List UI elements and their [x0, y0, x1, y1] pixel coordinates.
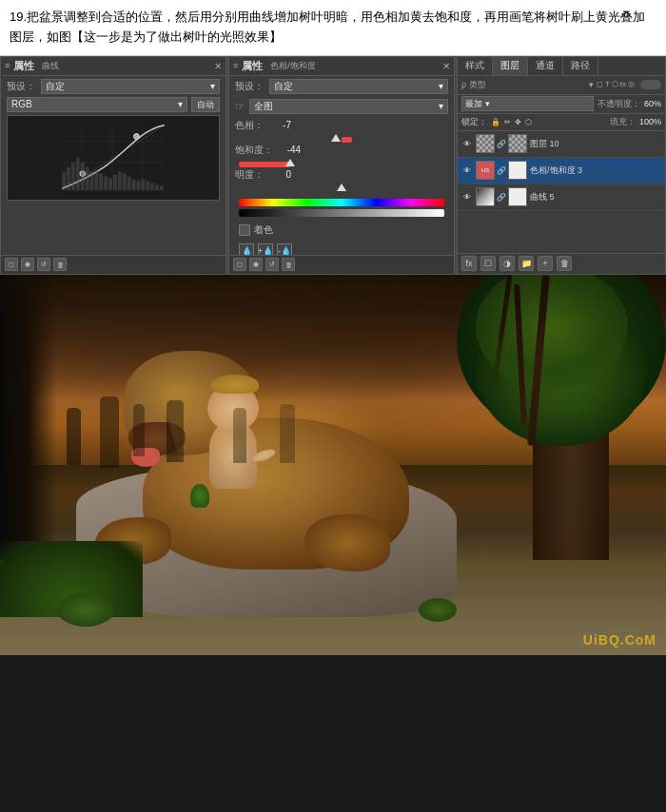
- tab-paths[interactable]: 路径: [563, 57, 598, 75]
- curves-graph[interactable]: [7, 115, 220, 201]
- curves-panel-title-bar: ≡ 属性 曲线 ✕: [1, 57, 225, 76]
- opacity-label: 不透明度：: [597, 98, 640, 110]
- layer-filter-row: ρ 类型 ▾ ◻ T ⬡ fx ◎: [458, 76, 665, 95]
- huesat-panel: ≡ 属性 色相/饱和度 ✕ 预设： 自定 ▾ ☞ 全图 ▾: [228, 56, 455, 275]
- tab-style[interactable]: 样式: [458, 57, 493, 75]
- layer-new-btn[interactable]: +: [538, 256, 553, 271]
- dropdown-arrow: ▾: [210, 81, 215, 91]
- hue-slider-fill: [342, 137, 352, 143]
- layer-mask-btn[interactable]: ☐: [480, 256, 496, 271]
- sat-slider-thumb: [285, 159, 295, 166]
- layer-curves5-thumb: [476, 187, 495, 206]
- brush-icon[interactable]: ✏: [504, 118, 511, 126]
- svg-rect-29: [155, 184, 159, 190]
- dropdown-arrow-2: ▾: [178, 99, 183, 109]
- curves-new-icon[interactable]: ◻: [5, 258, 18, 271]
- filter-icon-1[interactable]: ◻: [597, 80, 603, 89]
- tab-layers[interactable]: 图层: [493, 57, 528, 75]
- layer-10-name: 图层 10: [530, 138, 661, 150]
- left-tree: [0, 275, 57, 560]
- filter-toggle[interactable]: [640, 80, 661, 89]
- layer-item-curves5[interactable]: 👁 🔗 曲线 5: [458, 184, 665, 211]
- move-icon[interactable]: ✥: [515, 118, 521, 126]
- svg-rect-24: [132, 179, 136, 190]
- svg-rect-23: [127, 176, 131, 190]
- hue-label: 色相：: [235, 119, 264, 132]
- eyedropper-1[interactable]: 💧: [239, 243, 254, 255]
- scene-area: UiBQ.CoM: [0, 275, 666, 655]
- layer-delete-btn[interactable]: 🗑: [557, 256, 572, 271]
- layer-10-eye[interactable]: 👁: [461, 138, 473, 149]
- panels-row: ≡ 属性 曲线 ✕ 预设： 自定 ▾ RGB ▾ 自动: [0, 56, 666, 275]
- huesat-menu-icon[interactable]: ≡: [233, 61, 238, 70]
- svg-rect-27: [146, 181, 149, 190]
- eyedropper-3[interactable]: -💧: [277, 243, 292, 255]
- blend-mode-dropdown[interactable]: 最加 ▾: [461, 96, 594, 111]
- svg-rect-16: [94, 169, 98, 190]
- color-spectrum: [239, 199, 444, 206]
- layer-item-10[interactable]: 👁 🔗 图层 10: [458, 131, 665, 158]
- huesat-range-dropdown[interactable]: 全图 ▾: [249, 99, 448, 114]
- curves-panel: ≡ 属性 曲线 ✕ 预设： 自定 ▾ RGB ▾ 自动: [0, 56, 226, 275]
- curves-menu-icon[interactable]: ≡: [5, 61, 10, 70]
- filter-icon-5[interactable]: ◎: [628, 80, 635, 89]
- layers-list: 👁 🔗 图层 10 👁 HS 🔗 色相/饱和度 3 👁 🔗 曲线 5: [458, 131, 665, 253]
- eyedropper-2[interactable]: +💧: [258, 243, 273, 255]
- colorize-label: 着色: [254, 223, 273, 237]
- layer-adj-btn[interactable]: ◑: [500, 256, 515, 271]
- huesat-preset-label: 预设：: [235, 80, 265, 93]
- bg-tree-2: [100, 396, 119, 468]
- fill-label: 填充：: [610, 116, 636, 128]
- curves-reset-icon[interactable]: ↺: [37, 258, 50, 271]
- layer-curves5-eye[interactable]: 👁: [461, 191, 473, 203]
- curves-eye-icon[interactable]: ◉: [21, 258, 34, 271]
- curves-panel-title: 属性: [13, 59, 34, 73]
- layer-group-btn[interactable]: 📁: [519, 256, 534, 271]
- filter-icons: ◻ T ⬡ fx ◎: [597, 80, 661, 89]
- curves-preset-dropdown[interactable]: 自定 ▾: [41, 79, 220, 94]
- lock-fill-row: 锁定： 🔒 ✏ ✥ ⬡ 填充： 100%: [458, 114, 665, 131]
- filter-dropdown-arrow: ▾: [589, 80, 594, 89]
- layer-fx-btn[interactable]: fx: [461, 256, 477, 271]
- eyedroppers-row: 💧 +💧 -💧: [235, 242, 448, 255]
- filter-icon-3[interactable]: ⬡: [612, 80, 618, 89]
- huesat-delete-icon[interactable]: 🗑: [282, 258, 295, 271]
- huesat-reset-icon[interactable]: ↺: [265, 258, 279, 271]
- fill-value: 100%: [639, 117, 661, 126]
- layer-10-thumb-1: [476, 134, 495, 153]
- layer-huesat3-eye[interactable]: 👁: [461, 164, 473, 176]
- huesat-preset-dropdown[interactable]: 自定 ▾: [269, 79, 448, 94]
- filter-label: ρ 类型: [461, 79, 486, 91]
- filter-icon-2[interactable]: T: [605, 80, 610, 89]
- colorize-checkbox[interactable]: [239, 224, 250, 236]
- artboard-icon[interactable]: ⬡: [525, 118, 532, 126]
- filter-icon-4[interactable]: fx: [620, 80, 626, 89]
- curves-preset-label: 预设：: [7, 80, 37, 93]
- lock-icon[interactable]: 🔒: [491, 118, 500, 126]
- hand-icon[interactable]: ☞: [235, 100, 245, 113]
- svg-rect-18: [104, 176, 108, 190]
- huesat-bottom-bar: ◻ ◉ ↺ 🗑: [229, 255, 454, 274]
- svg-rect-22: [123, 173, 127, 190]
- svg-rect-12: [76, 158, 80, 190]
- huesat-new-icon[interactable]: ◻: [233, 258, 246, 271]
- tutorial-content: 19.把盆景调整到合适的位置，然后用分别用曲线增加树叶明暗，用色相加黄去饱和度，…: [10, 10, 645, 44]
- huesat-subtitle: 色相/饱和度: [270, 60, 316, 72]
- hue-slider-thumb: [331, 134, 341, 142]
- layer-curves5-mask: [508, 187, 527, 206]
- sat-label: 饱和度：: [235, 144, 273, 157]
- curves-close-btn[interactable]: ✕: [214, 61, 222, 71]
- opacity-value: 60%: [644, 99, 661, 108]
- svg-rect-20: [113, 174, 117, 190]
- huesat-dropdown-arrow: ▾: [439, 81, 443, 91]
- curves-auto-btn[interactable]: 自动: [191, 97, 220, 112]
- huesat-preset-row: 预设： 自定 ▾: [235, 79, 448, 94]
- tab-channels[interactable]: 通道: [528, 57, 563, 75]
- layers-tabs: 样式 图层 通道 路径: [458, 57, 665, 76]
- curves-delete-icon[interactable]: 🗑: [53, 258, 67, 271]
- huesat-close-btn[interactable]: ✕: [442, 61, 450, 71]
- layer-item-huesat3[interactable]: 👁 HS 🔗 色相/饱和度 3: [458, 158, 665, 184]
- gray-spectrum: [239, 209, 444, 217]
- curves-channel-dropdown[interactable]: RGB ▾: [7, 97, 187, 112]
- huesat-eye-icon[interactable]: ◉: [249, 258, 263, 271]
